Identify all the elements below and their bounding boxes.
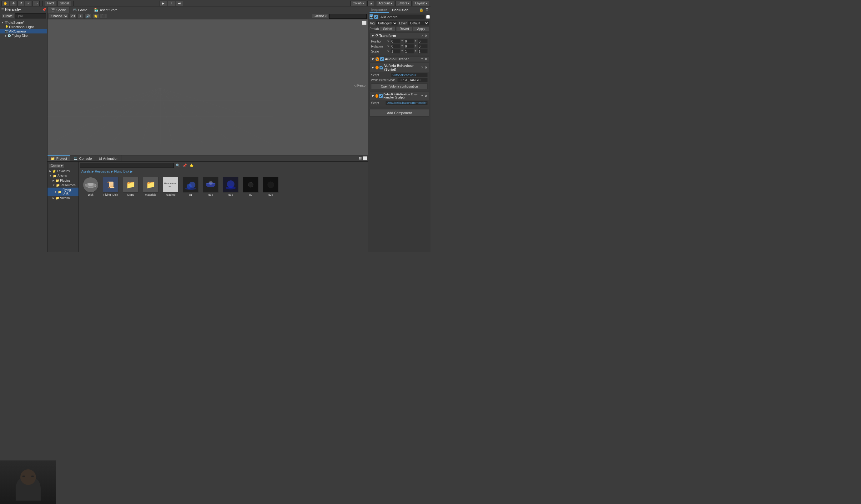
project-collapse-btn[interactable]: ⊟ (358, 156, 363, 160)
global-btn[interactable]: Global (57, 1, 71, 6)
asset-u2[interactable]: u2 (241, 176, 260, 197)
default-init-header[interactable]: ▼ Default Initialization Error Handler (… (370, 92, 429, 100)
transform-header[interactable]: ▼ ⟳ Transform ? ⚙ (370, 33, 429, 38)
transform-settings-btn[interactable]: ⚙ (424, 34, 428, 37)
hierarchy-pin[interactable]: 📌 (42, 8, 46, 11)
tab-scene[interactable]: 🎬 Scene (47, 7, 69, 13)
asset-disk[interactable]: Disk (81, 176, 100, 197)
revert-btn[interactable]: Revert (396, 26, 412, 31)
asset-materials[interactable]: 📁 Materials (141, 176, 160, 197)
audio-listener-header[interactable]: ▼ 🔊 Audio Listener ? ⚙ (370, 57, 429, 62)
asset-maps[interactable]: 📁 Maps (121, 176, 140, 197)
hierarchy-item-arcamera[interactable]: 📷 ARCamera (0, 29, 47, 33)
pivot-btn[interactable]: Pivot (45, 1, 56, 6)
account-btn[interactable]: Account ▾ (376, 1, 394, 6)
layout-btn[interactable]: Layout ▾ (413, 1, 429, 6)
asset-u1a[interactable]: u1a (201, 176, 220, 197)
project-create-btn[interactable]: Create ▾ (49, 164, 64, 168)
obj-enabled-checkbox[interactable] (374, 15, 378, 19)
rotate-tool-btn[interactable]: ↺ (17, 1, 24, 6)
lighting-btn[interactable]: ☀ (78, 14, 83, 19)
hierarchy-item[interactable]: ▼ 🎬 ufoScene* (0, 20, 47, 25)
static-checkbox[interactable] (426, 15, 430, 19)
inspector-tab[interactable]: Inspector (370, 7, 389, 13)
pos-y-input[interactable] (404, 39, 414, 43)
move-tool-btn[interactable]: ✛ (10, 1, 17, 6)
audio-settings-btn[interactable]: ⚙ (424, 57, 428, 61)
2d-btn[interactable]: 2D (69, 14, 77, 19)
select-btn[interactable]: Select (379, 26, 396, 31)
layer-select[interactable]: Default (408, 21, 429, 26)
maximize-btn[interactable]: ⬜ (362, 21, 367, 25)
inspector-menu-btn[interactable]: ☰ (425, 8, 429, 12)
rot-z-input[interactable] (418, 44, 428, 49)
vuforia-enabled[interactable] (380, 66, 383, 69)
tag-select[interactable]: Untagged (376, 21, 398, 26)
project-vuforia[interactable]: ▶ 📁 Vuforia (47, 196, 79, 201)
cloud-btn[interactable]: ☁ (367, 1, 375, 6)
occlusion-tab[interactable]: Occlusion (390, 8, 410, 13)
breadcrumb-assets[interactable]: Assets (81, 170, 91, 173)
rot-x-input[interactable] (391, 44, 400, 49)
breadcrumb-disk[interactable]: Flying Disk (114, 170, 129, 173)
default-init-settings-btn[interactable]: ⚙ (424, 94, 428, 97)
transform-menu-btn[interactable]: ? (421, 34, 423, 37)
tab-asset-store[interactable]: 🏪 Asset Store (91, 7, 121, 13)
project-search-input[interactable] (80, 163, 174, 168)
rect-tool-btn[interactable]: ▭ (32, 1, 40, 6)
asset-u1b[interactable]: u1b (221, 176, 240, 197)
layers-btn[interactable]: Layers ▾ (396, 1, 412, 6)
project-flying-disk[interactable]: ▶ 📁 Flying Disk (47, 188, 79, 196)
asset-readme[interactable]: Readme about... readme (161, 176, 180, 197)
pos-z-input[interactable] (418, 39, 428, 43)
project-plugins[interactable]: ▶ 📁 Plugins (47, 178, 79, 183)
scale-tool-btn[interactable]: ⤢ (25, 1, 32, 6)
scale-y-input[interactable] (404, 49, 414, 53)
search-icon-btn[interactable]: 🔍 (175, 164, 181, 167)
audio-enabled[interactable] (380, 57, 384, 61)
shading-select[interactable]: Shaded (49, 14, 68, 19)
asset-flying-disk[interactable]: 📜 Flying_Disk (101, 176, 120, 197)
project-lock-btn[interactable]: 📌 (182, 164, 188, 167)
hand-tool-btn[interactable]: ✋ (1, 1, 9, 6)
scale-x-input[interactable] (391, 49, 400, 53)
play-button[interactable]: ▶ (160, 1, 167, 6)
vuforia-header[interactable]: ▼ Vuforia Behaviour (Script) ? ⚙ (370, 63, 429, 72)
asset-u2a[interactable]: u2a (261, 176, 280, 197)
project-resources[interactable]: ▼ 📁 Resources (47, 183, 79, 188)
audio-btn[interactable]: 🔊 (84, 14, 91, 19)
effects-btn[interactable]: 🌟 (92, 14, 99, 19)
rot-y-input[interactable] (404, 44, 414, 49)
project-assets[interactable]: ▼ 📁 Assets (47, 174, 79, 178)
pos-x-input[interactable] (391, 39, 400, 43)
hierarchy-item[interactable]: 💡 Directional Light (0, 25, 47, 29)
asset-u1[interactable]: u1 (181, 176, 200, 197)
default-init-enabled[interactable] (379, 94, 383, 98)
gizmos-btn[interactable]: Gizmos ▾ (312, 14, 328, 19)
tab-project[interactable]: 📁 Project (47, 155, 70, 161)
tab-console[interactable]: 💻 Console (70, 155, 95, 161)
apply-btn[interactable]: Apply (413, 26, 429, 31)
open-vuforia-btn[interactable]: Open Vuforia configuration (371, 83, 428, 89)
scene-view[interactable]: ◁ Persp ⬜ (47, 19, 368, 155)
add-component-btn[interactable]: Add Component (370, 109, 429, 117)
pause-button[interactable]: ⏸ (167, 1, 175, 6)
scene-extra-btn[interactable]: ⬛ (100, 14, 107, 19)
tab-animation[interactable]: 🎞 Animation (95, 155, 122, 161)
project-favorites[interactable]: ▶ ⭐ Favorites (47, 169, 79, 174)
collab-btn[interactable]: Collab ▾ (351, 1, 366, 6)
breadcrumb-resources[interactable]: Resources (95, 170, 110, 173)
obj-name-input[interactable] (379, 14, 425, 19)
project-extra-btn[interactable]: ⭐ (189, 164, 194, 167)
hierarchy-create-btn[interactable]: Create (1, 14, 14, 18)
hierarchy-item-flyingdisk[interactable]: ▶ 💿 Flying Disk (0, 33, 47, 38)
inspector-lock-btn[interactable]: 🔒 (419, 8, 424, 12)
hierarchy-search[interactable] (15, 13, 46, 18)
vuforia-menu-btn[interactable]: ? (421, 66, 423, 69)
default-init-menu-btn[interactable]: ? (421, 94, 423, 97)
step-button[interactable]: ⏭ (176, 1, 183, 6)
scene-search[interactable] (329, 14, 367, 19)
audio-menu-btn[interactable]: ? (421, 57, 423, 61)
project-maximize-btn[interactable]: ⬜ (363, 156, 368, 160)
vuforia-settings-btn[interactable]: ⚙ (424, 66, 428, 69)
